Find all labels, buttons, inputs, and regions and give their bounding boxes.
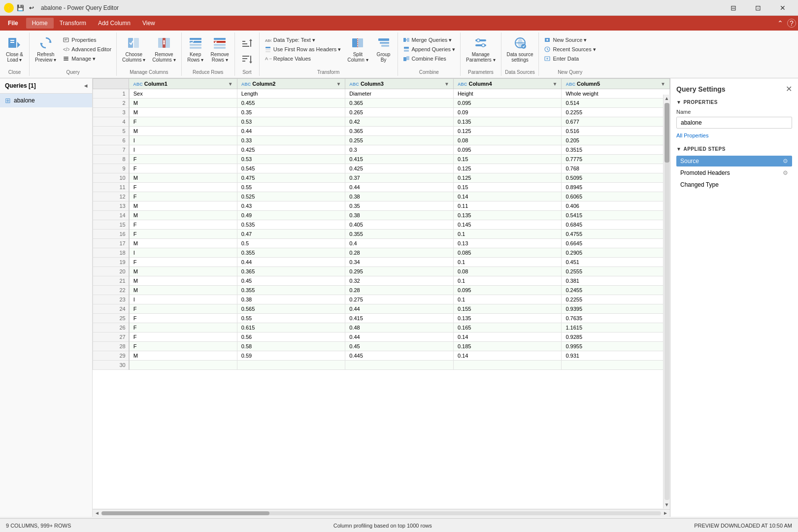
table-cell: F <box>129 183 237 192</box>
table-cell: Length <box>237 89 345 99</box>
sort-group-label: Sort <box>242 68 251 75</box>
split-column-button[interactable]: SplitColumn ▾ <box>345 33 370 64</box>
table-row: 16F0.470.3550.10.4755 <box>93 230 670 239</box>
sort-desc-button[interactable] <box>238 52 256 67</box>
table-cell: 0.355 <box>237 286 345 295</box>
scroll-thumb[interactable] <box>101 511 269 515</box>
title-bar-title: abalone - Power Query Editor <box>41 4 119 11</box>
quick-access-save[interactable]: 💾 <box>17 4 24 11</box>
sort-asc-button[interactable] <box>238 35 256 50</box>
replace-values-icon: A→B <box>265 55 271 62</box>
table-cell: 0.095 <box>453 286 562 295</box>
remove-rows-button[interactable]: RemoveRows ▾ <box>208 33 232 64</box>
append-queries-button[interactable]: Append Queries ▾ <box>401 45 458 54</box>
table-cell: 0.14 <box>453 192 562 201</box>
merge-queries-button[interactable]: Merge Queries ▾ <box>401 35 458 44</box>
col5-filter-icon[interactable]: ▼ <box>661 81 665 87</box>
table-cell: 0.44 <box>345 332 454 342</box>
new-source-button[interactable]: New Source ▾ <box>542 35 598 44</box>
col-header-3[interactable]: ABC Column3 ▼ <box>345 79 454 89</box>
step-source[interactable]: Source ⚙ <box>676 156 792 166</box>
table-cell: 0.14 <box>453 332 562 342</box>
data-grid[interactable]: ABC Column1 ▼ ABC Column2 <box>93 78 670 509</box>
table-cell: 1.1615 <box>562 323 670 332</box>
combine-files-button[interactable]: Combine Files <box>401 54 458 63</box>
properties-collapse-icon[interactable]: ▼ <box>676 100 681 105</box>
v-scroll-thumb[interactable] <box>665 103 669 163</box>
table-cell: 0.9955 <box>562 342 670 351</box>
scroll-up-btn[interactable]: ▲ <box>665 96 669 101</box>
scroll-right-btn[interactable]: ► <box>663 510 668 516</box>
table-cell: 0.48 <box>345 323 454 332</box>
manage-parameters-button[interactable]: ManageParameters ▾ <box>464 33 498 64</box>
vertical-scrollbar[interactable]: ▲ ▼ <box>663 95 670 508</box>
table-cell: 0.38 <box>345 192 454 201</box>
query-name-input[interactable] <box>676 117 792 129</box>
restore-btn[interactable]: ⊟ <box>722 0 745 16</box>
remove-columns-button[interactable]: RemoveColumns ▾ <box>150 33 178 64</box>
step-changed-type[interactable]: Changed Type <box>676 179 792 190</box>
col-header-2[interactable]: ABC Column2 ▼ <box>237 79 345 89</box>
data-type-button[interactable]: ABC Data Type: Text ▾ <box>263 35 343 44</box>
properties-button[interactable]: Properties <box>61 35 113 44</box>
step-promoted-headers-gear-icon[interactable]: ⚙ <box>783 169 788 176</box>
table-cell: 0.32 <box>345 276 454 286</box>
table-cell: 0.365 <box>345 99 454 108</box>
table-cell: 0.9395 <box>562 304 670 314</box>
menu-transform[interactable]: Transform <box>54 18 92 29</box>
scroll-left-btn[interactable]: ◄ <box>95 510 100 516</box>
sidebar-item-abalone[interactable]: ⊞ abalone <box>0 94 92 107</box>
menu-add-column[interactable]: Add Column <box>92 18 136 29</box>
col4-filter-icon[interactable]: ▼ <box>553 81 558 87</box>
data-source-settings-button[interactable]: Data sourcesettings <box>504 33 536 64</box>
replace-values-button[interactable]: A→B Replace Values <box>263 54 343 63</box>
menu-file[interactable]: File <box>2 18 24 29</box>
table-row: 15F0.5350.4050.1450.6845 <box>93 220 670 230</box>
advanced-editor-button[interactable]: </> Advanced Editor <box>61 45 113 54</box>
step-source-gear-icon[interactable]: ⚙ <box>783 158 788 165</box>
col-header-4[interactable]: ABC Column4 ▼ <box>453 79 562 89</box>
table-cell: F <box>129 314 237 323</box>
scroll-down-btn[interactable]: ▼ <box>665 502 669 507</box>
maximize-btn[interactable]: ⊡ <box>747 0 769 16</box>
v-scroll-track[interactable] <box>665 103 669 500</box>
all-properties-link[interactable]: All Properties <box>676 133 792 138</box>
scroll-track[interactable] <box>101 511 661 515</box>
table-cell: Sex <box>129 89 237 99</box>
table-cell: 0.455 <box>237 99 345 108</box>
table-cell: 0.3 <box>345 145 454 155</box>
recent-sources-button[interactable]: Recent Sources ▾ <box>542 45 598 54</box>
sidebar-collapse-btn[interactable]: ◂ <box>84 82 87 89</box>
step-promoted-headers[interactable]: Promoted Headers ⚙ <box>676 167 792 178</box>
enter-data-button[interactable]: Enter Data <box>542 54 598 63</box>
close-load-button[interactable]: Close &Load ▾ <box>3 33 26 64</box>
manage-button[interactable]: Manage ▾ <box>61 54 113 63</box>
menu-bar: File Home Transform Add Column View ⌃ ? <box>0 16 798 31</box>
help-btn[interactable]: ? <box>787 19 796 28</box>
horizontal-scrollbar[interactable]: ◄ ► <box>93 509 670 517</box>
col2-filter-icon[interactable]: ▼ <box>336 81 341 87</box>
applied-steps-collapse-icon[interactable]: ▼ <box>676 146 681 152</box>
table-cell: M <box>129 108 237 117</box>
col-header-1[interactable]: ABC Column1 ▼ <box>129 79 237 89</box>
col1-filter-icon[interactable]: ▼ <box>228 81 233 87</box>
table-cell: 0.1 <box>453 295 562 304</box>
svg-rect-38 <box>266 49 270 50</box>
group-by-button[interactable]: GroupBy <box>373 33 395 64</box>
close-btn[interactable]: ✕ <box>771 0 794 16</box>
row-number: 14 <box>93 211 129 220</box>
ribbon-group-new-query: New Source ▾ Recent Sources ▾ Enter Data… <box>539 33 600 76</box>
refresh-preview-button[interactable]: RefreshPreview ▾ <box>33 33 59 64</box>
ribbon-collapse-btn[interactable]: ⌃ <box>777 19 783 27</box>
menu-home[interactable]: Home <box>26 18 54 29</box>
table-row: 29M0.590.4450.140.931 <box>93 351 670 361</box>
row-number: 6 <box>93 136 129 145</box>
col3-filter-icon[interactable]: ▼ <box>444 81 449 87</box>
keep-rows-button[interactable]: KeepRows ▾ <box>185 33 206 64</box>
quick-access-undo[interactable]: ↩ <box>29 4 34 11</box>
menu-view[interactable]: View <box>136 18 161 29</box>
query-settings-close-btn[interactable]: ✕ <box>786 84 792 94</box>
choose-columns-button[interactable]: ChooseColumns ▾ <box>120 33 148 64</box>
col-header-5[interactable]: ABC Column5 ▼ <box>562 79 670 89</box>
use-first-row-button[interactable]: Use First Row as Headers ▾ <box>263 45 343 54</box>
